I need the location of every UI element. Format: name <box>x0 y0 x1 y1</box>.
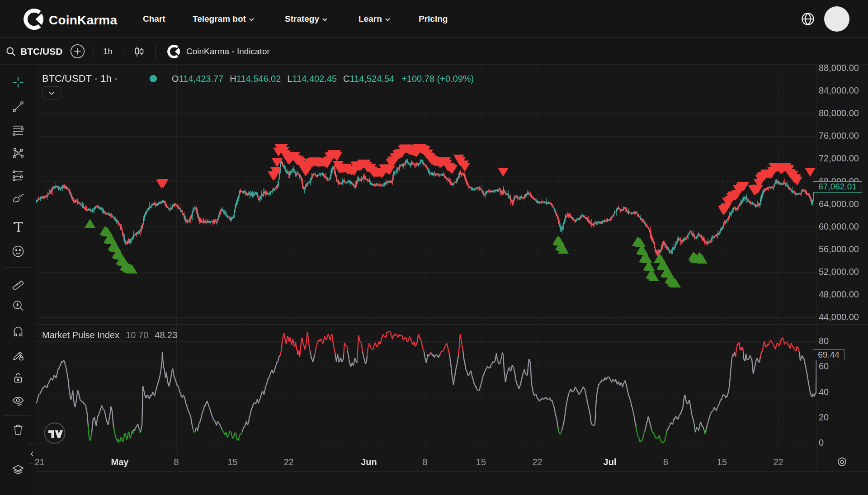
legend-collapse-button[interactable] <box>42 86 61 99</box>
tool-emoji-icon[interactable] <box>9 243 27 260</box>
legend-symbol: BTC/USDT · 1h · <box>42 73 118 85</box>
mpi-axis-label: 60 <box>819 361 829 372</box>
mpi-axis-label: 20 <box>819 412 829 423</box>
mpi-last-value-label: 69.44 <box>813 349 844 360</box>
nav-item-label: Strategy <box>285 14 319 24</box>
indicator-item[interactable]: CoinKarma - Indicator <box>167 38 270 65</box>
tool-fib-retracement-icon[interactable] <box>9 122 27 139</box>
tradingview-logo[interactable] <box>43 422 66 446</box>
tool-text-icon[interactable] <box>9 218 27 235</box>
sidebar-collapse-button[interactable] <box>29 443 35 464</box>
time-axis-label: 15 <box>476 457 486 467</box>
tool-brush-icon[interactable] <box>9 189 27 206</box>
tool-object-tree-icon[interactable] <box>9 462 27 479</box>
chevron-down-icon <box>249 18 254 21</box>
mpi-params: 10 70 <box>126 330 148 340</box>
language-globe-icon[interactable] <box>801 12 815 28</box>
ohlc-values: O114,423.77 H114,546.02 L114,402.45 C114… <box>172 74 474 84</box>
nav-item-label: Telegram bot <box>193 14 246 24</box>
time-axis-label: 22 <box>283 457 293 467</box>
tool-remove-drawings-icon[interactable] <box>9 421 27 438</box>
toolbar-divider <box>5 415 30 416</box>
time-axis-label: 8 <box>663 457 668 467</box>
indicator-name: CoinKarma - Indicator <box>186 47 270 57</box>
price-change: +100.78 (+0.09%) <box>401 74 474 84</box>
time-axis-label: 22 <box>773 457 783 467</box>
ohlc-high-value: 114,546.02 <box>236 74 281 84</box>
toolbar-separator <box>94 44 94 59</box>
mpi-value: 48.23 <box>155 330 177 340</box>
time-axis-label: Jul <box>604 457 617 467</box>
nav-item-chart[interactable]: Chart <box>143 0 165 38</box>
search-icon <box>5 46 16 57</box>
tool-hide-drawings-icon[interactable] <box>9 393 27 410</box>
nav-item-learn[interactable]: Learn <box>359 0 390 38</box>
tool-crosshair-icon[interactable] <box>9 74 27 91</box>
nav-item-pricing[interactable]: Pricing <box>419 0 448 38</box>
time-axis-label: 8 <box>174 457 179 467</box>
nav-item-label: Chart <box>143 14 165 24</box>
price-axis-label: 48,000.00 <box>819 289 859 300</box>
tool-xabcd-pattern-icon[interactable] <box>9 144 27 161</box>
price-axis-label: 44,000.00 <box>819 312 859 322</box>
time-axis-label: May <box>111 457 129 467</box>
mpi-axis-label: 40 <box>819 387 829 397</box>
axis-settings-gear-icon[interactable] <box>836 457 848 470</box>
tool-drawing-mode-icon[interactable] <box>9 347 27 364</box>
below-axis-strip <box>35 471 868 495</box>
last-price-label: 67,062.01 <box>813 181 862 193</box>
tool-trend-line-icon[interactable] <box>9 98 27 115</box>
coinkarma-logo-icon <box>24 9 45 32</box>
price-axis-label: 64,000.00 <box>819 199 859 209</box>
tool-long-position-icon[interactable] <box>9 167 27 184</box>
ohlc-low-value: 114,402.45 <box>292 74 337 84</box>
time-axis-label: 21 <box>34 457 44 467</box>
price-axis-label: 60,000.00 <box>819 222 859 232</box>
tool-ruler-icon[interactable] <box>9 275 27 292</box>
chevron-down-icon <box>385 18 390 21</box>
symbol-name: BTC/USD <box>20 46 62 57</box>
mpi-axis-label: 80 <box>819 336 829 346</box>
ohlc-close-label: C <box>343 74 349 84</box>
nav-item-label: Pricing <box>419 14 448 24</box>
toolbar-divider <box>5 319 30 319</box>
toolbar-separator <box>124 44 124 59</box>
nav-item-label: Learn <box>359 14 382 24</box>
compare-add-button[interactable] <box>70 38 85 65</box>
brand-name: CoinKarma <box>49 13 117 28</box>
ohlc-high-label: H <box>230 74 236 84</box>
time-axis-label: 22 <box>532 457 542 467</box>
time-axis-label: 15 <box>717 457 727 467</box>
drawing-toolbar <box>0 65 35 495</box>
price-axis-label: 76,000.00 <box>819 131 859 141</box>
user-avatar[interactable] <box>824 6 849 32</box>
price-axis-label: 56,000.00 <box>819 244 859 255</box>
tool-zoom-in-icon[interactable] <box>9 297 27 314</box>
ohlc-open-value: 114,423.77 <box>179 74 224 84</box>
mpi-title: Market Pulse Index <box>42 330 119 340</box>
symbol-search[interactable]: BTC/USD <box>5 38 62 65</box>
nav-item-strategy[interactable]: Strategy <box>285 0 327 38</box>
nav-item-telegram-bot[interactable]: Telegram bot <box>193 0 254 38</box>
brand[interactable]: CoinKarma <box>24 9 117 32</box>
toolbar-divider <box>5 267 30 268</box>
tool-magnet-icon[interactable] <box>9 324 27 341</box>
coinkarma-indicator-logo-icon <box>167 45 181 58</box>
chevron-down-icon <box>322 18 327 21</box>
price-axis-label: 84,000.00 <box>819 85 859 96</box>
price-axis-label: 52,000.00 <box>819 267 859 277</box>
symbol-toolbar: BTC/USD 1h CoinKarma - Indicator <box>0 38 868 65</box>
interval-button[interactable]: 1h <box>103 38 113 65</box>
mpi-legend[interactable]: Market Pulse Index 10 70 48.23 <box>42 330 177 340</box>
tool-lock-drawings-icon[interactable] <box>9 369 27 387</box>
chart-style-button[interactable] <box>133 38 145 65</box>
chart-legend[interactable]: BTC/USDT · 1h · O114,423.77 H114,546.02 … <box>42 71 474 86</box>
time-axis-label: 8 <box>422 457 427 467</box>
mpi-axis-label: 0 <box>819 438 824 448</box>
toolbar-separator <box>156 44 156 59</box>
price-axis-label: 72,000.00 <box>819 153 859 164</box>
chevron-down-icon <box>48 91 55 95</box>
top-navbar: CoinKarma Chart Telegram bot Strategy Le… <box>0 0 868 38</box>
ohlc-open-label: O <box>172 74 179 84</box>
ohlc-close-value: 114,524.54 <box>350 74 395 84</box>
